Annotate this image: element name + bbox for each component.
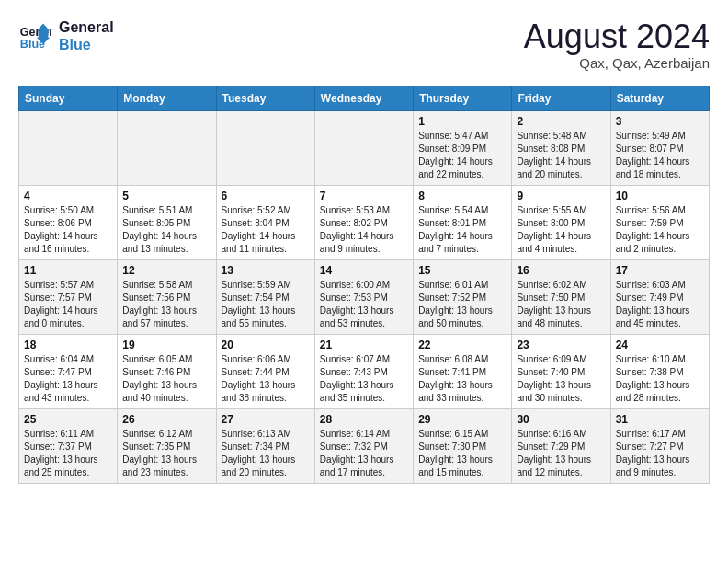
week-row-2: 4Sunrise: 5:50 AM Sunset: 8:06 PM Daylig… — [19, 185, 710, 259]
calendar-cell: 6Sunrise: 5:52 AM Sunset: 8:04 PM Daylig… — [216, 185, 314, 259]
day-number: 28 — [320, 413, 408, 426]
week-row-5: 25Sunrise: 6:11 AM Sunset: 7:37 PM Dayli… — [19, 408, 710, 483]
calendar-cell — [118, 110, 216, 185]
calendar-cell: 28Sunrise: 6:14 AM Sunset: 7:32 PM Dayli… — [314, 408, 413, 483]
calendar-cell: 18Sunrise: 6:04 AM Sunset: 7:47 PM Dayli… — [19, 334, 118, 408]
calendar-cell: 8Sunrise: 5:54 AM Sunset: 8:01 PM Daylig… — [414, 185, 512, 259]
day-info: Sunrise: 5:52 AM Sunset: 8:04 PM Dayligh… — [222, 204, 310, 256]
calendar-body: 1Sunrise: 5:47 AM Sunset: 8:09 PM Daylig… — [19, 110, 710, 483]
weekday-header-friday: Friday — [512, 86, 610, 110]
calendar-cell: 11Sunrise: 5:57 AM Sunset: 7:57 PM Dayli… — [19, 259, 118, 334]
day-number: 3 — [616, 115, 704, 128]
calendar-cell: 4Sunrise: 5:50 AM Sunset: 8:06 PM Daylig… — [19, 185, 118, 259]
day-info: Sunrise: 6:13 AM Sunset: 7:34 PM Dayligh… — [222, 428, 310, 479]
day-number: 5 — [122, 190, 210, 202]
calendar-cell: 31Sunrise: 6:17 AM Sunset: 7:27 PM Dayli… — [610, 408, 709, 483]
weekday-header-saturday: Saturday — [610, 86, 709, 110]
day-info: Sunrise: 6:05 AM Sunset: 7:46 PM Dayligh… — [122, 353, 210, 405]
calendar-cell: 2Sunrise: 5:48 AM Sunset: 8:08 PM Daylig… — [512, 110, 610, 185]
logo-blue: Blue — [59, 36, 114, 53]
day-number: 11 — [24, 264, 112, 277]
week-row-1: 1Sunrise: 5:47 AM Sunset: 8:09 PM Daylig… — [19, 110, 710, 185]
calendar-cell — [216, 110, 314, 185]
day-number: 1 — [418, 115, 506, 128]
day-info: Sunrise: 5:47 AM Sunset: 8:09 PM Dayligh… — [418, 130, 506, 181]
day-number: 15 — [418, 264, 506, 277]
weekday-header-sunday: Sunday — [19, 86, 118, 110]
week-row-4: 18Sunrise: 6:04 AM Sunset: 7:47 PM Dayli… — [19, 334, 710, 408]
day-number: 19 — [122, 339, 210, 351]
day-number: 12 — [122, 264, 210, 277]
calendar-table: SundayMondayTuesdayWednesdayThursdayFrid… — [18, 86, 710, 484]
day-number: 23 — [517, 339, 605, 351]
day-info: Sunrise: 6:10 AM Sunset: 7:38 PM Dayligh… — [616, 353, 704, 405]
day-info: Sunrise: 5:48 AM Sunset: 8:08 PM Dayligh… — [517, 130, 605, 181]
day-info: Sunrise: 6:02 AM Sunset: 7:50 PM Dayligh… — [517, 279, 605, 330]
calendar-cell: 17Sunrise: 6:03 AM Sunset: 7:49 PM Dayli… — [610, 259, 709, 334]
day-number: 31 — [616, 413, 704, 426]
calendar-cell: 12Sunrise: 5:58 AM Sunset: 7:56 PM Dayli… — [118, 259, 216, 334]
calendar-cell: 22Sunrise: 6:08 AM Sunset: 7:41 PM Dayli… — [414, 334, 512, 408]
calendar-cell: 26Sunrise: 6:12 AM Sunset: 7:35 PM Dayli… — [118, 408, 216, 483]
day-info: Sunrise: 6:08 AM Sunset: 7:41 PM Dayligh… — [418, 353, 506, 405]
day-info: Sunrise: 5:57 AM Sunset: 7:57 PM Dayligh… — [24, 279, 112, 330]
day-info: Sunrise: 6:03 AM Sunset: 7:49 PM Dayligh… — [616, 279, 704, 330]
day-info: Sunrise: 5:55 AM Sunset: 8:00 PM Dayligh… — [517, 204, 605, 256]
day-info: Sunrise: 6:04 AM Sunset: 7:47 PM Dayligh… — [24, 353, 112, 405]
day-info: Sunrise: 5:54 AM Sunset: 8:01 PM Dayligh… — [418, 204, 506, 256]
calendar-header: SundayMondayTuesdayWednesdayThursdayFrid… — [19, 86, 710, 110]
day-number: 20 — [222, 339, 310, 351]
day-info: Sunrise: 5:53 AM Sunset: 8:02 PM Dayligh… — [320, 204, 408, 256]
calendar-cell: 24Sunrise: 6:10 AM Sunset: 7:38 PM Dayli… — [610, 334, 709, 408]
calendar-cell: 21Sunrise: 6:07 AM Sunset: 7:43 PM Dayli… — [314, 334, 413, 408]
calendar-cell: 3Sunrise: 5:49 AM Sunset: 8:07 PM Daylig… — [610, 110, 709, 185]
day-number: 17 — [616, 264, 704, 277]
day-number: 4 — [24, 190, 112, 202]
day-info: Sunrise: 5:59 AM Sunset: 7:54 PM Dayligh… — [222, 279, 310, 330]
day-number: 30 — [517, 413, 605, 426]
day-number: 9 — [517, 190, 605, 202]
day-number: 10 — [616, 190, 704, 202]
day-number: 2 — [517, 115, 605, 128]
day-info: Sunrise: 6:16 AM Sunset: 7:29 PM Dayligh… — [517, 428, 605, 479]
title-block: August 2024 Qax, Qax, Azerbaijan — [524, 18, 710, 71]
day-info: Sunrise: 6:12 AM Sunset: 7:35 PM Dayligh… — [122, 428, 210, 479]
calendar-cell: 20Sunrise: 6:06 AM Sunset: 7:44 PM Dayli… — [216, 334, 314, 408]
day-number: 13 — [222, 264, 310, 277]
location: Qax, Qax, Azerbaijan — [524, 55, 710, 71]
day-info: Sunrise: 6:00 AM Sunset: 7:53 PM Dayligh… — [320, 279, 408, 330]
calendar-cell: 1Sunrise: 5:47 AM Sunset: 8:09 PM Daylig… — [414, 110, 512, 185]
day-number: 21 — [320, 339, 408, 351]
day-info: Sunrise: 6:11 AM Sunset: 7:37 PM Dayligh… — [24, 428, 112, 479]
day-number: 14 — [320, 264, 408, 277]
calendar-cell: 14Sunrise: 6:00 AM Sunset: 7:53 PM Dayli… — [314, 259, 413, 334]
calendar-cell: 5Sunrise: 5:51 AM Sunset: 8:05 PM Daylig… — [118, 185, 216, 259]
day-info: Sunrise: 6:07 AM Sunset: 7:43 PM Dayligh… — [320, 353, 408, 405]
calendar-cell: 30Sunrise: 6:16 AM Sunset: 7:29 PM Dayli… — [512, 408, 610, 483]
weekday-header-monday: Monday — [118, 86, 216, 110]
day-info: Sunrise: 6:17 AM Sunset: 7:27 PM Dayligh… — [616, 428, 704, 479]
weekday-header-wednesday: Wednesday — [314, 86, 413, 110]
calendar-cell: 19Sunrise: 6:05 AM Sunset: 7:46 PM Dayli… — [118, 334, 216, 408]
day-info: Sunrise: 6:15 AM Sunset: 7:30 PM Dayligh… — [418, 428, 506, 479]
day-info: Sunrise: 6:09 AM Sunset: 7:40 PM Dayligh… — [517, 353, 605, 405]
calendar-cell: 10Sunrise: 5:56 AM Sunset: 7:59 PM Dayli… — [610, 185, 709, 259]
day-info: Sunrise: 6:06 AM Sunset: 7:44 PM Dayligh… — [222, 353, 310, 405]
calendar-cell: 23Sunrise: 6:09 AM Sunset: 7:40 PM Dayli… — [512, 334, 610, 408]
logo-general: General — [59, 18, 114, 36]
month-title: August 2024 — [524, 18, 710, 55]
weekday-row: SundayMondayTuesdayWednesdayThursdayFrid… — [19, 86, 710, 110]
calendar-cell: 16Sunrise: 6:02 AM Sunset: 7:50 PM Dayli… — [512, 259, 610, 334]
calendar-cell: 29Sunrise: 6:15 AM Sunset: 7:30 PM Dayli… — [414, 408, 512, 483]
day-info: Sunrise: 5:51 AM Sunset: 8:05 PM Dayligh… — [122, 204, 210, 256]
week-row-3: 11Sunrise: 5:57 AM Sunset: 7:57 PM Dayli… — [19, 259, 710, 334]
calendar-cell: 9Sunrise: 5:55 AM Sunset: 8:00 PM Daylig… — [512, 185, 610, 259]
calendar-cell: 7Sunrise: 5:53 AM Sunset: 8:02 PM Daylig… — [314, 185, 413, 259]
day-info: Sunrise: 5:49 AM Sunset: 8:07 PM Dayligh… — [616, 130, 704, 181]
day-number: 18 — [24, 339, 112, 351]
calendar-cell — [19, 110, 118, 185]
day-info: Sunrise: 5:58 AM Sunset: 7:56 PM Dayligh… — [122, 279, 210, 330]
day-number: 24 — [616, 339, 704, 351]
day-number: 22 — [418, 339, 506, 351]
day-number: 6 — [222, 190, 310, 202]
